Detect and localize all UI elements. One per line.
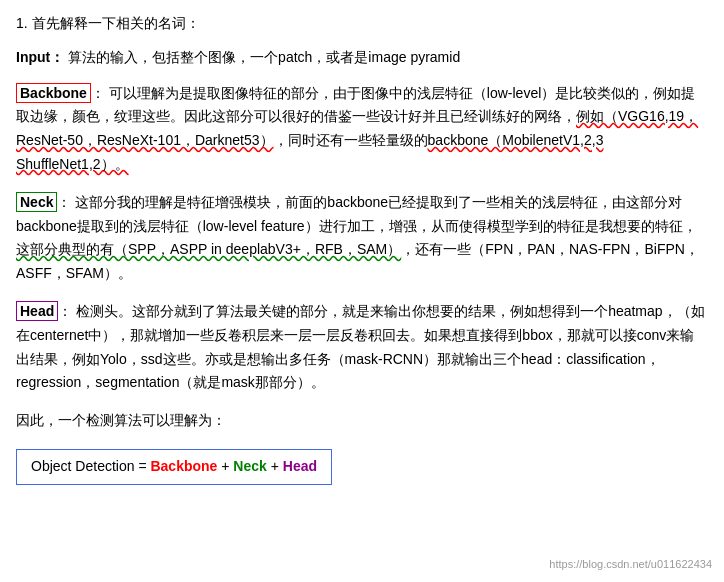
- head-colon: ：: [58, 303, 72, 319]
- backbone-desc3: ，同时还有一些轻量级的: [274, 132, 428, 148]
- backbone-block: Backbone： 可以理解为是提取图像特征的部分，由于图像中的浅层特征（low…: [16, 82, 708, 177]
- formula-plus2: +: [267, 458, 283, 474]
- input-line: Input： 算法的输入，包括整个图像，一个patch，或者是image pyr…: [16, 46, 708, 70]
- formula-box: Object Detection = Backbone + Neck + Hea…: [16, 449, 332, 485]
- head-block: Head： 检测头。这部分就到了算法最关键的部分，就是来输出你想要的结果，例如想…: [16, 300, 708, 395]
- neck-colon: ：: [57, 194, 71, 210]
- backbone-colon: ：: [91, 85, 105, 101]
- neck-block: Neck： 这部分我的理解是特征增强模块，前面的backbone已经提取到了一些…: [16, 191, 708, 286]
- head-desc: 检测头。这部分就到了算法最关键的部分，就是来输出你想要的结果，例如想得到一个he…: [16, 303, 705, 390]
- footer-url: https://blog.csdn.net/u011622434: [549, 555, 712, 574]
- formula-container: Object Detection = Backbone + Neck + Hea…: [16, 443, 708, 485]
- neck-label: Neck: [16, 192, 57, 212]
- formula-neck: Neck: [233, 458, 266, 474]
- formula-head: Head: [283, 458, 317, 474]
- formula-plus1: +: [217, 458, 233, 474]
- formula-prefix: Object Detection =: [31, 458, 150, 474]
- section-title: 1. 首先解释一下相关的名词：: [16, 12, 708, 36]
- conclusion-line: 因此，一个检测算法可以理解为：: [16, 409, 708, 433]
- conclusion-label: 因此，一个检测算法可以理解为：: [16, 412, 226, 428]
- neck-desc1: 这部分我的理解是特征增强模块，前面的backbone已经提取到了一些相关的浅层特…: [16, 194, 697, 234]
- neck-desc2: 这部分典型的有（SPP，ASPP in deeplabV3+，RFB，SAM）: [16, 241, 401, 257]
- input-desc: 算法的输入，包括整个图像，一个patch，或者是image pyramid: [68, 49, 460, 65]
- backbone-label: Backbone: [16, 83, 91, 103]
- head-label: Head: [16, 301, 58, 321]
- input-label: Input：: [16, 49, 64, 65]
- main-content: 1. 首先解释一下相关的名词： Input： 算法的输入，包括整个图像，一个pa…: [16, 12, 708, 485]
- formula-backbone: Backbone: [150, 458, 217, 474]
